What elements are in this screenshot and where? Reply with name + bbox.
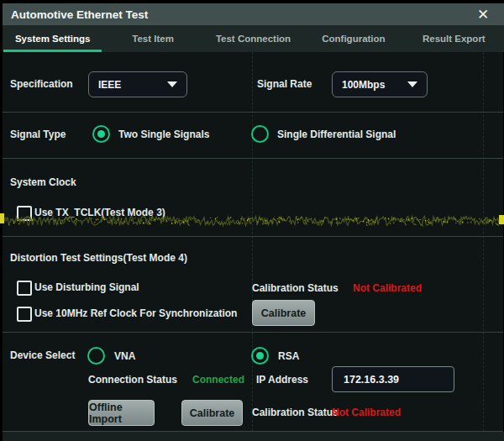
radio-single-differential-signal-label: Single Differential Signal <box>277 129 396 140</box>
radio-two-single-signals-label: Two Single Signals <box>118 129 209 140</box>
use-10mhz-ref-clock-label: Use 10MHz Ref Clock For Synchronization <box>34 307 237 319</box>
system-clock-title: System Clock <box>10 176 76 188</box>
radio-single-differential-signal[interactable] <box>251 125 269 143</box>
signal-rate-dropdown[interactable]: 100Mbps <box>332 71 428 97</box>
section-divider <box>3 158 503 159</box>
waveform-left-marker <box>0 213 4 223</box>
device-select-label: Device Select <box>10 349 75 361</box>
distortion-calibrate-button[interactable]: Calibrate <box>252 300 315 326</box>
signal-rate-label: Signal Rate <box>257 78 312 90</box>
title-bar: Automotive Ethernet Test ✕ <box>3 3 504 25</box>
tab-test-connection[interactable]: Test Connection <box>203 25 303 52</box>
tab-result-export[interactable]: Result Export <box>404 25 504 52</box>
active-tab-underline <box>3 50 102 52</box>
radio-two-single-signals[interactable] <box>92 125 110 143</box>
radio-vna-label: VNA <box>114 350 135 362</box>
chevron-down-icon <box>407 81 417 87</box>
device-calibration-status-label: Calibration Status <box>252 407 339 418</box>
use-10mhz-ref-clock-checkbox[interactable] <box>17 307 32 322</box>
tab-system-settings[interactable]: System Settings <box>3 25 102 52</box>
ip-address-input[interactable]: 172.16.3.39 <box>332 366 454 392</box>
connection-status-label: Connection Status <box>88 374 177 386</box>
chevron-down-icon <box>167 81 177 87</box>
specification-label: Specification <box>10 78 73 90</box>
close-icon[interactable]: ✕ <box>470 3 496 25</box>
tab-configuration[interactable]: Configuration <box>303 25 403 52</box>
device-calibration-status-value: Not Calibrated <box>332 407 401 418</box>
ip-address-label: IP Address <box>256 374 308 386</box>
bottom-band <box>3 432 504 441</box>
device-calibrate-button[interactable]: Calibrate <box>181 400 243 426</box>
radio-rsa-label: RSA <box>278 350 299 362</box>
distortion-title: Distortion Test Settings(Test Mode 4) <box>10 252 187 264</box>
use-disturbing-signal-checkbox[interactable] <box>17 281 32 296</box>
automotive-ethernet-test-dialog: Automotive Ethernet Test ✕ System Settin… <box>0 0 504 441</box>
specification-dropdown[interactable]: IEEE <box>88 71 187 97</box>
dialog-title: Automotive Ethernet Test <box>11 8 148 21</box>
connection-status-value: Connected <box>192 374 244 386</box>
radio-rsa[interactable] <box>251 347 269 365</box>
graticule-line <box>252 52 254 431</box>
distortion-calibration-status-label: Calibration Status <box>252 282 339 294</box>
distortion-calibration-status-value: Not Calibrated <box>353 282 422 294</box>
section-divider <box>3 112 503 113</box>
offline-import-button[interactable]: Offline Import <box>88 400 155 426</box>
graticule-line <box>483 52 485 431</box>
section-divider <box>3 332 503 333</box>
tab-test-item[interactable]: Test Item <box>102 25 202 52</box>
use-disturbing-signal-label: Use Disturbing Signal <box>34 281 139 293</box>
radio-vna[interactable] <box>87 347 105 365</box>
waveform-right-marker <box>499 215 504 224</box>
waveform-trace <box>0 212 504 230</box>
signal-type-label: Signal Type <box>10 129 66 140</box>
section-divider <box>3 236 503 237</box>
tab-bar: System Settings Test Item Test Connectio… <box>3 25 504 52</box>
